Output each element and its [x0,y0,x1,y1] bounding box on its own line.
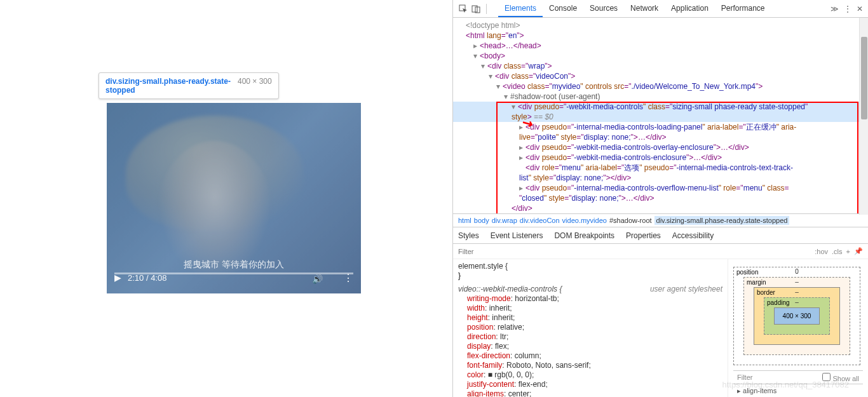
bc-body[interactable]: body [474,217,489,224]
dom-node[interactable]: ▸<div pseudo="-internal-media-controls-o… [453,183,868,193]
play-icon[interactable]: ▶ [114,273,121,283]
more-icon[interactable]: ⋮ [343,272,353,284]
video-time: 2:10 / 4:08 [128,273,166,283]
devtools-panel: Elements Console Sources Network Applica… [452,0,868,397]
dom-node[interactable]: ▸<div pseudo="-webkit-media-controls-ove… [453,142,868,152]
volume-icon[interactable]: 🔊 [312,274,323,284]
dom-tree[interactable]: <!doctype html> <html lang="en"> ▸<head>… [453,18,868,213]
tooltip-selector: div.sizing-small.phase-ready.state-stopp… [105,77,233,95]
page-preview: 摇曳城市 等待着你的加入 ▶ 2:10 / 4:08 🔊 ⋮ div.sizin… [0,0,452,397]
dom-node[interactable]: ▾<body> [453,51,868,61]
computed-panel: position0 margin– border– padding– 400 ×… [728,259,868,397]
scrollbar[interactable] [859,18,868,215]
computed-prop[interactable]: align-items [743,387,776,394]
tab-properties[interactable]: Properties [626,231,661,240]
bc-wrap[interactable]: div.wrap [492,217,517,224]
bc-videocon[interactable]: div.videoCon [520,217,560,224]
styles-filter-input[interactable] [458,248,815,255]
computed-filter[interactable]: Filter [737,373,752,381]
tab-sources[interactable]: Sources [583,0,624,17]
cls-toggle[interactable]: .cls [832,248,843,255]
bc-video[interactable]: video.myvideo [562,217,607,224]
dom-node[interactable]: ▸<head>…</head> [453,41,868,51]
add-rule-icon[interactable]: + [846,248,850,255]
show-all-checkbox[interactable] [822,373,831,381]
dom-node[interactable]: <!doctype html> [466,21,520,30]
dom-node[interactable]: ▾<video class="myvideo" controls src="./… [453,81,868,91]
devtools-toolbar: Elements Console Sources Network Applica… [453,0,868,18]
tab-accessibility[interactable]: Accessibility [672,231,714,240]
breadcrumb: html body div.wrap div.videoCon video.my… [453,213,868,227]
box-model[interactable]: position0 margin– border– padding– 400 ×… [733,267,860,365]
dom-node[interactable]: <div role="menu" aria-label="选项" pseudo=… [453,163,868,173]
video-element[interactable]: 摇曳城市 等待着你的加入 ▶ 2:10 / 4:08 🔊 ⋮ [107,103,361,293]
styles-tabs: Styles Event Listeners DOM Breakpoints P… [453,227,868,244]
dom-node[interactable]: ▸<div pseudo="-webkit-media-controls-enc… [453,152,868,163]
dom-node[interactable]: ▾<div class="videoCon"> [453,71,868,81]
tooltip-dimensions: 400 × 300 [238,77,272,86]
tab-application[interactable]: Application [665,0,715,17]
dom-node[interactable]: ▸<div pseudo="-internal-media-controls-l… [453,122,868,132]
more-tabs-icon[interactable]: ≫ [831,4,839,13]
tab-elements[interactable]: Elements [498,0,543,17]
devtools-close-icon[interactable]: ✕ [857,4,863,13]
dom-node[interactable]: ▾<div class="wrap"> [453,61,868,71]
tab-dom-breakpoints[interactable]: DOM Breakpoints [554,231,614,240]
box-model-content: 400 × 300 [783,313,811,320]
element-tooltip: div.sizing-small.phase-ready.state-stopp… [98,72,279,99]
inspect-icon[interactable] [458,4,468,14]
tab-console[interactable]: Console [543,0,583,17]
bc-html[interactable]: html [458,217,471,224]
tab-event-listeners[interactable]: Event Listeners [491,231,543,240]
devtools-menu-icon[interactable]: ⋮ [844,4,851,13]
pin-icon[interactable]: 📌 [854,247,863,255]
dom-node[interactable]: ▾#shadow-root (user-agent) [453,91,868,102]
tab-network[interactable]: Network [624,0,665,17]
tab-performance[interactable]: Performance [715,0,771,17]
bc-shadow[interactable]: #shadow-root [609,217,652,224]
styles-filter-bar: :hov .cls + 📌 [453,244,868,259]
video-frame: 摇曳城市 等待着你的加入 ▶ 2:10 / 4:08 🔊 ⋮ [107,103,361,293]
styles-rules[interactable]: element.style { } video::-webkit-media-c… [453,259,728,397]
device-icon[interactable] [471,4,481,14]
bc-selected[interactable]: div.sizing-small.phase-ready.state-stopp… [654,216,790,225]
devtools-tabs: Elements Console Sources Network Applica… [498,0,771,17]
hov-toggle[interactable]: :hov [815,248,828,255]
dom-node-selected[interactable]: ▾<div pseudo="-webkit-media-controls" cl… [453,102,868,112]
tab-styles[interactable]: Styles [458,231,479,240]
